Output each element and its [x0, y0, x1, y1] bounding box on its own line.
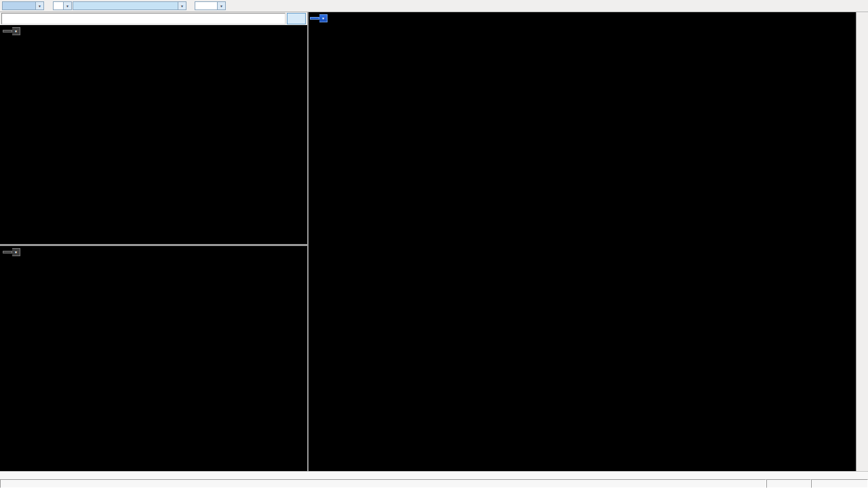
right-toolbar	[856, 12, 868, 471]
workspace: ▼ ▼ ▼	[0, 12, 856, 471]
view3d-combo[interactable]: ▼	[3, 27, 20, 35]
chevron-down-icon[interactable]: ▼	[35, 2, 43, 9]
dispozicija-combo-value	[3, 251, 12, 253]
view2d-combo-value	[310, 17, 319, 20]
copyright-label	[811, 479, 868, 488]
top-toolbar: ▼ ▼ ▼ ▼	[0, 0, 868, 12]
dispozicija-combo[interactable]: ▼	[3, 248, 20, 256]
tower-application-window: ▼ ▼ ▼ ▼	[0, 0, 868, 488]
scale-combo[interactable]: ▼	[195, 1, 226, 10]
units-cell[interactable]	[766, 479, 811, 488]
view-dispozicija[interactable]: ▼	[0, 246, 307, 471]
chevron-down-icon[interactable]: ▼	[319, 14, 328, 22]
status-message	[0, 479, 766, 488]
moment-diagram-canvas[interactable]	[309, 12, 856, 471]
view-3d[interactable]: ▼	[0, 25, 307, 244]
result-type-combo[interactable]: ▼	[2, 1, 44, 10]
main-2d-view[interactable]: ▼	[309, 12, 856, 471]
module-tab-row	[0, 471, 868, 479]
model-3d-canvas[interactable]	[0, 25, 307, 244]
row-combo[interactable]: ▼	[53, 1, 72, 10]
play-button[interactable]	[287, 13, 306, 24]
level-input[interactable]	[1, 13, 285, 24]
status-bar	[0, 479, 868, 488]
left-panel: ▼ ▼	[0, 12, 307, 471]
chevron-down-icon[interactable]: ▼	[12, 248, 20, 256]
chevron-down-icon[interactable]: ▼	[12, 27, 20, 35]
load-combination-combo[interactable]: ▼	[73, 1, 186, 10]
view2d-combo[interactable]: ▼	[310, 14, 328, 22]
chevron-down-icon[interactable]: ▼	[178, 2, 186, 9]
dispozicija-canvas[interactable]	[0, 246, 307, 471]
chevron-down-icon[interactable]: ▼	[63, 2, 71, 9]
view3d-combo-value	[3, 30, 12, 33]
level-field-row	[0, 12, 307, 25]
chevron-down-icon[interactable]: ▼	[217, 2, 225, 9]
